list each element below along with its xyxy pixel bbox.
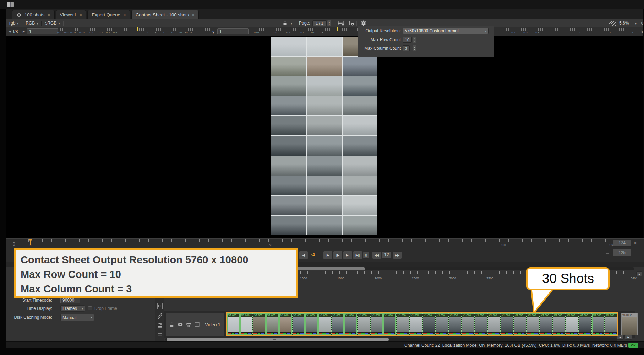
eye-icon[interactable] bbox=[178, 323, 183, 326]
clip-tag-strip bbox=[241, 332, 252, 334]
collapse-chevron-icon[interactable]: » bbox=[641, 22, 644, 25]
viewer-timeline-scrubber[interactable]: 0 050100124 124 » bbox=[6, 238, 644, 249]
flipbook-render-icon[interactable] bbox=[606, 250, 611, 255]
timeline-clip[interactable]: V1-000 bbox=[227, 313, 240, 335]
timeline-clip[interactable]: V1-000 bbox=[488, 313, 500, 335]
channel-dropdown[interactable]: rgb▾ bbox=[9, 21, 18, 26]
slider-marker[interactable] bbox=[337, 27, 338, 31]
tab-contact-sheet-100-shots[interactable]: Contact Sheet - 100 shots× bbox=[131, 10, 199, 19]
chevron-down-icon[interactable]: ▾ bbox=[635, 22, 637, 25]
timeline-clip[interactable]: V1-000 bbox=[266, 313, 279, 335]
timeline-clip[interactable]: V1-000 bbox=[293, 313, 305, 335]
tag-segment bbox=[453, 333, 455, 334]
razor-tool-icon[interactable] bbox=[156, 312, 163, 319]
close-icon[interactable]: × bbox=[79, 13, 82, 17]
play-button[interactable]: ▶|| bbox=[353, 251, 362, 259]
out-frame-box[interactable]: 125 bbox=[613, 249, 631, 256]
tab-viewer1[interactable]: Viewer1× bbox=[56, 10, 87, 19]
clear-columns-icon[interactable] bbox=[348, 20, 354, 26]
timeline-clip[interactable]: V1-000 bbox=[371, 313, 383, 335]
timeline-clip[interactable]: V1-000 bbox=[592, 313, 605, 335]
fast-forward-button[interactable]: ▶▶ bbox=[393, 251, 402, 259]
timeline-clip[interactable]: V1-000 bbox=[397, 313, 409, 335]
shot-selection-outline[interactable]: V1-000V1-000V1-000V1-000V1-000V1-000V1-0… bbox=[226, 312, 618, 336]
close-icon[interactable]: × bbox=[192, 13, 195, 17]
lock-icon[interactable] bbox=[283, 20, 288, 26]
video-track-header[interactable]: Video 1 bbox=[165, 312, 224, 337]
timeline-clip[interactable]: V1-000 bbox=[358, 313, 370, 335]
play-button[interactable]: |▶ bbox=[333, 251, 343, 259]
max-column-count-input[interactable]: 3 bbox=[403, 45, 410, 51]
tab-100-shots[interactable]: 100 shots× bbox=[12, 10, 55, 19]
timeline-clip[interactable]: V1-000 bbox=[410, 313, 422, 335]
timeline-clip[interactable]: V1-000 bbox=[579, 313, 591, 335]
time-display-dropdown[interactable]: Frames▾ bbox=[60, 305, 85, 312]
timeline-clip[interactable]: V1-000 bbox=[240, 313, 253, 335]
timeline-clip[interactable]: V1-000 bbox=[279, 313, 292, 335]
zoom-level[interactable]: 5.6% bbox=[619, 21, 629, 26]
trim-tool-icon[interactable] bbox=[156, 302, 163, 310]
layers-icon[interactable] bbox=[186, 322, 191, 327]
clear-rows-icon[interactable] bbox=[338, 20, 345, 26]
collapse-chevron-icon[interactable]: » bbox=[634, 242, 637, 245]
fps-value[interactable]: 12 bbox=[382, 251, 391, 258]
proxy-stripes-icon[interactable] bbox=[609, 21, 616, 26]
window-layout-icon[interactable] bbox=[7, 2, 14, 7]
unlock-icon[interactable] bbox=[169, 322, 174, 327]
timeline-clip[interactable]: V1-000 bbox=[553, 313, 566, 335]
timeline-clip[interactable]: V1-000 bbox=[305, 313, 318, 335]
scroll-up-button[interactable]: ▲ bbox=[636, 271, 642, 276]
cache-state-icon[interactable] bbox=[195, 322, 200, 327]
timeline-clip[interactable]: V1-000 bbox=[423, 313, 435, 335]
gear-icon[interactable] bbox=[361, 20, 366, 26]
max-column-count-spinner[interactable]: ▲▼ bbox=[413, 45, 416, 51]
timeline-clip[interactable]: V1-000 bbox=[501, 313, 513, 335]
timeline-clip[interactable]: V1-000 bbox=[449, 313, 461, 335]
clip-tag-strip bbox=[501, 332, 513, 334]
colorspace-dropdown[interactable]: sRGB▾ bbox=[45, 21, 60, 26]
timeline-clip[interactable]: V1-000 bbox=[318, 313, 331, 335]
disk-caching-dropdown[interactable]: Manual▾ bbox=[60, 314, 94, 321]
clip-thumbnail bbox=[253, 317, 265, 332]
timeline-clip[interactable]: V1-000 bbox=[527, 313, 539, 335]
timeline-clip[interactable]: V1-000 bbox=[344, 313, 357, 335]
in-frame-box[interactable]: 124 bbox=[613, 240, 631, 247]
timeline-clip[interactable]: V1-000 bbox=[540, 313, 552, 335]
timeline-clip[interactable]: V1-000 bbox=[436, 313, 448, 335]
step-back-button[interactable]: ◀ bbox=[299, 251, 308, 259]
chevron-down-icon[interactable]: ▾ bbox=[291, 22, 292, 25]
page-spinner[interactable]: ▲▼ bbox=[327, 20, 331, 26]
max-row-count-spinner[interactable]: ▲▼ bbox=[413, 37, 416, 43]
timeline-clip[interactable]: V1-000 bbox=[383, 313, 396, 335]
timeline-bottom-scrollbar-thumb[interactable] bbox=[167, 338, 389, 341]
tab-export-queue[interactable]: Export Queue× bbox=[87, 10, 130, 19]
tag-segment bbox=[466, 333, 469, 334]
slip-tool-icon[interactable] bbox=[156, 322, 163, 329]
start-timecode-input[interactable]: 90000 bbox=[60, 297, 80, 303]
timeline-clip[interactable]: V1-000 bbox=[475, 313, 487, 335]
collapse-chevron-icon[interactable]: » bbox=[641, 30, 644, 33]
timeline-clip[interactable]: V1-0032 bbox=[621, 313, 638, 335]
timeline-clip[interactable]: V1-000 bbox=[605, 313, 617, 335]
timeline-clip[interactable]: V1-000 bbox=[566, 313, 578, 335]
timeline-clip[interactable]: V1-000 bbox=[332, 313, 344, 335]
play-button[interactable]: ▶ bbox=[323, 251, 333, 259]
drop-frame-checkbox[interactable] bbox=[88, 306, 92, 310]
zero-frame-button[interactable]: 0 bbox=[363, 252, 369, 259]
page-input[interactable]: 1 / 1 bbox=[312, 20, 327, 26]
playhead-stem[interactable] bbox=[30, 239, 31, 245]
play-button[interactable]: ▶| bbox=[343, 251, 353, 259]
roll-tool-icon[interactable] bbox=[156, 332, 163, 339]
timeline-clip[interactable]: V1-000 bbox=[462, 313, 474, 335]
spinner-down-icon[interactable]: ▼ bbox=[328, 23, 330, 25]
scroll-right-button[interactable]: ▶ bbox=[625, 335, 632, 340]
close-icon[interactable]: × bbox=[123, 13, 126, 17]
timeline-clip[interactable]: V1-000 bbox=[514, 313, 526, 335]
close-icon[interactable]: × bbox=[47, 13, 50, 17]
rewind-button[interactable]: ◀◀ bbox=[372, 251, 381, 259]
max-row-count-input[interactable]: 10 bbox=[403, 37, 412, 43]
timeline-clip[interactable]: V1-000 bbox=[253, 313, 266, 335]
layer-dropdown[interactable]: RGB▾ bbox=[26, 21, 38, 26]
output-resolution-dropdown[interactable]: 5760x10800 Custom Format ▾ bbox=[403, 28, 489, 34]
timeline-bottom-scrollbar[interactable] bbox=[165, 338, 617, 341]
